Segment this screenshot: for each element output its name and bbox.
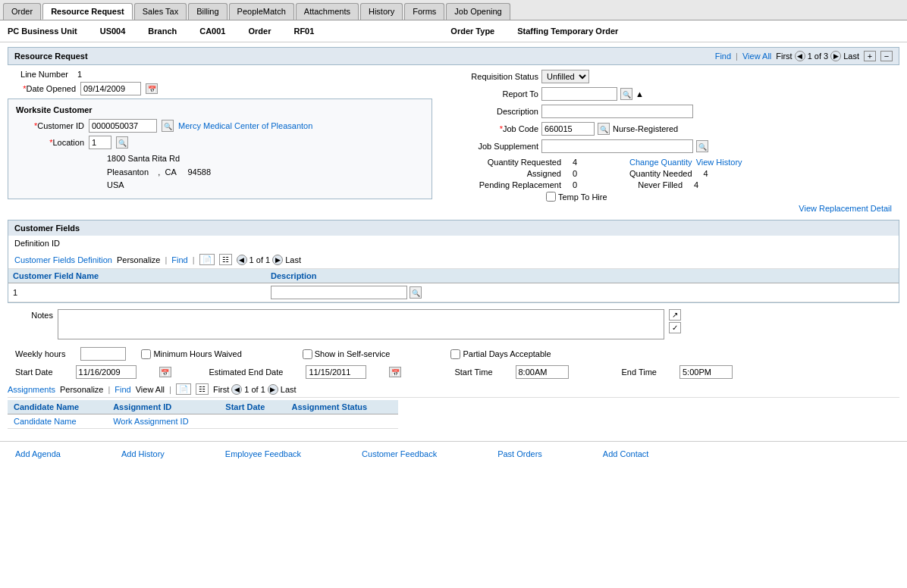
never-filled-label: Never Filled (584, 180, 683, 189)
tab-billing[interactable]: Billing (188, 3, 227, 20)
page-info: 1 of 3 (808, 52, 829, 61)
requisition-status-select[interactable]: Unfilled (541, 70, 589, 83)
tab-job-opening[interactable]: Job Opening (446, 3, 510, 20)
estimated-end-date-cal-icon[interactable]: 📅 (389, 367, 401, 377)
end-time-input[interactable]: 5:00PM (679, 365, 733, 379)
customer-id-input[interactable]: 0000050037 (89, 119, 157, 133)
employee-feedback-link[interactable]: Employee Feedback (225, 449, 301, 458)
pc-business-unit-label: PC Business Unit (8, 27, 77, 36)
tab-peoplematch[interactable]: PeopleMatch (229, 3, 294, 20)
tab-attachments[interactable]: Attachments (296, 3, 359, 20)
remove-row-button[interactable]: − (880, 51, 893, 61)
cf-prev-icon[interactable]: ◀ (237, 255, 247, 265)
add-row-button[interactable]: + (864, 51, 876, 61)
prev-circle-icon[interactable]: ◀ (795, 51, 805, 61)
location-input[interactable]: 1 (89, 136, 111, 149)
customer-id-label: *Customer ID (16, 121, 84, 130)
past-orders-link[interactable]: Past Orders (497, 449, 542, 458)
estimated-end-date-input[interactable]: 11/15/2011 (306, 365, 366, 379)
start-date-cal-icon[interactable]: 📅 (159, 367, 171, 377)
customer-feedback-link[interactable]: Customer Feedback (362, 449, 437, 458)
tab-sales-tax[interactable]: Sales Tax (134, 3, 187, 20)
cf-view-icon1[interactable]: 📄 (199, 254, 215, 265)
job-supplement-input[interactable] (541, 139, 693, 153)
tab-history[interactable]: History (360, 3, 403, 20)
cf-find-link[interactable]: Find (171, 255, 187, 264)
assignments-section: Assignments Personalize | Find View All … (8, 383, 899, 429)
assigned-label: Assigned (440, 169, 561, 178)
job-supplement-search-icon[interactable]: 🔍 (696, 140, 708, 152)
notes-expand-icon[interactable]: ↗ (669, 309, 681, 321)
assignment-id-link-1[interactable]: Work Assignment ID (113, 417, 188, 426)
tab-order[interactable]: Order (3, 3, 41, 20)
report-to-search-icon[interactable]: 🔍 (620, 88, 632, 100)
tabs-bar: Order Resource Request Sales Tax Billing… (0, 0, 907, 20)
assignments-title-link[interactable]: Assignments (8, 385, 55, 394)
assign-find-link[interactable]: Find (115, 385, 130, 394)
location-search-icon[interactable]: 🔍 (116, 136, 128, 149)
first-label: First (776, 52, 792, 61)
view-replacement-detail-link[interactable]: View Replacement Detail (799, 204, 892, 213)
notes-check-icon[interactable]: ✓ (669, 322, 681, 333)
change-quantity-link-area: Change Quantity View History (584, 158, 742, 167)
partial-days-checkbox[interactable] (450, 349, 460, 359)
assign-icon1[interactable]: 📄 (176, 383, 191, 395)
partial-days-label: Partial Days Acceptable (463, 349, 551, 358)
temp-to-hire-checkbox[interactable] (546, 192, 556, 202)
cf-col-description: Description (266, 269, 899, 283)
notes-textarea[interactable] (58, 309, 664, 339)
description-input[interactable] (541, 105, 693, 118)
next-circle-icon[interactable]: ▶ (830, 51, 841, 61)
job-code-input[interactable]: 660015 (541, 122, 595, 136)
job-supplement-label: Job Supplement (440, 142, 538, 151)
add-history-link[interactable]: Add History (121, 449, 165, 458)
assign-row-1: Candidate Name Work Assignment ID (8, 414, 398, 429)
info-bar: PC Business Unit US004 Branch CA001 Orde… (0, 20, 907, 42)
view-history-link[interactable]: View History (695, 158, 742, 167)
view-all-link[interactable]: View All (742, 52, 771, 61)
location-row: *Location 1 🔍 (16, 136, 424, 149)
tab-resource-request[interactable]: Resource Request (42, 3, 133, 20)
customer-fields-def-link[interactable]: Customer Fields Definition (14, 255, 112, 264)
add-agenda-link[interactable]: Add Agenda (15, 449, 61, 458)
worksite-customer-box: Worksite Customer *Customer ID 000005003… (8, 99, 432, 199)
cf-view-icon2[interactable]: ☷ (219, 254, 232, 265)
job-code-search-icon[interactable]: 🔍 (598, 123, 610, 135)
cf-description-input-1[interactable] (271, 286, 407, 299)
assigned-value: 0 (561, 169, 584, 178)
date-opened-input[interactable]: 09/14/2009 (80, 82, 141, 95)
assign-view-all-label: View All (136, 385, 165, 394)
start-date-input[interactable]: 11/16/2009 (76, 365, 137, 379)
customer-search-icon[interactable]: 🔍 (162, 120, 174, 132)
assign-next-icon[interactable]: ▶ (268, 384, 278, 395)
cf-next-icon[interactable]: ▶ (272, 255, 283, 265)
assign-icon2[interactable]: ☷ (196, 383, 209, 395)
add-contact-link[interactable]: Add Contact (603, 449, 649, 458)
tab-forms[interactable]: Forms (404, 3, 444, 20)
change-quantity-link[interactable]: Change Quantity (629, 158, 692, 167)
notes-area: Notes ↗ ✓ (8, 309, 899, 341)
report-to-arrow-icon[interactable]: ▲ (636, 89, 644, 99)
quantity-requested-label: Quantity Requested (440, 158, 561, 167)
customer-name-link[interactable]: Mercy Medical Center of Pleasanton (178, 121, 312, 130)
report-to-row: Report To 🔍 ▲ (440, 87, 899, 101)
assign-col-status: Assignment Status (286, 400, 398, 414)
cf-desc-search-icon[interactable]: 🔍 (410, 286, 422, 299)
quantity-needed-value: 4 (692, 169, 715, 178)
cf-description-1: 🔍 (266, 283, 899, 302)
job-code-label: *Job Code (440, 124, 538, 133)
date-opened-cal-icon[interactable]: 📅 (146, 83, 158, 94)
assign-col-start-date: Start Date (219, 400, 285, 414)
show-self-service-checkbox[interactable] (303, 349, 312, 359)
assign-prev-icon[interactable]: ◀ (231, 384, 242, 395)
start-date-label: Start Date (15, 368, 53, 377)
weekly-hours-input[interactable] (80, 347, 126, 361)
report-to-input[interactable] (541, 87, 617, 101)
cf-nav: ◀ 1 of 1 ▶ Last (237, 255, 301, 265)
minimum-hours-waived-checkbox[interactable] (141, 349, 151, 359)
find-link[interactable]: Find (715, 52, 731, 61)
candidate-name-link-1[interactable]: Candidate Name (14, 417, 77, 426)
assign-start-date-1 (219, 414, 285, 429)
start-time-input[interactable]: 8:00AM (516, 365, 569, 379)
notes-label: Notes (8, 309, 53, 320)
